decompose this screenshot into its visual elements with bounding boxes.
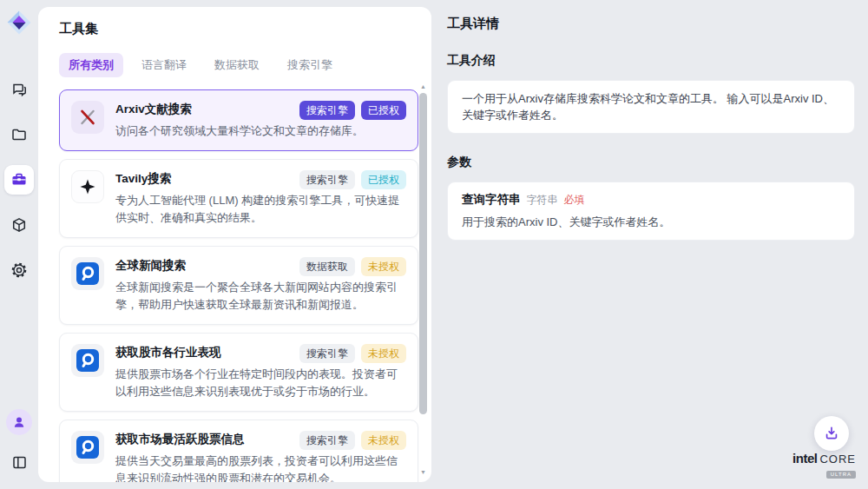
tool-name: 获取股市各行业表现 [115,344,293,360]
scroll-down-icon[interactable]: ▼ [418,467,428,478]
chat-icon [10,81,28,98]
toolbox-icon [10,171,28,188]
arxiv-x-icon [71,101,104,134]
auth-badge: 已授权 [361,170,406,189]
sidebar-item-files[interactable] [4,120,34,149]
category-badge: 搜索引擎 [299,170,355,189]
tool-name: 获取市场最活跃股票信息 [115,431,293,447]
param-box: 查询字符串 字符串 必填 用于搜索的Arxiv ID、关键字或作者姓名。 [447,182,855,241]
download-button[interactable] [814,416,849,451]
param-type: 字符串 [527,193,558,208]
intel-wordmark: intel [792,452,817,465]
juhe-q-icon [71,257,104,290]
gear-icon [10,261,28,279]
juhe-q-icon [71,344,104,377]
tool-description: 专为人工智能代理 (LLM) 构建的搜索引擎工具，可快速提供实时、准确和真实的结… [115,192,400,227]
tab-translation[interactable]: 语言翻译 [132,53,196,77]
intro-text: 一个用于从Arxiv存储库搜索科学论文和文章的工具。 输入可以是Arxiv ID… [462,90,840,123]
tool-description: 访问各个研究领域大量科学论文和文章的存储库。 [115,122,400,140]
intel-core-logo: intel core ultra [792,452,856,479]
tool-name: Tavily搜索 [115,170,293,187]
core-wordmark: core [819,453,856,465]
tool-details-pane: 工具详情 工具介绍 一个用于从Arxiv存储库搜索科学论文和文章的工具。 输入可… [447,0,855,489]
list-scrollbar[interactable]: ▲ ▼ [418,82,428,478]
ultra-badge: ultra [826,471,856,479]
tool-list: Arxiv文献搜索 搜索引擎 已授权 访问各个研究领域大量科学论文和文章的存储库… [59,89,418,482]
tab-all-categories[interactable]: 所有类别 [59,53,123,77]
category-badge: 搜索引擎 [299,101,355,120]
tool-name: 全球新闻搜索 [115,257,293,274]
category-tabs: 所有类别 语言翻译 数据获取 搜索引擎 [59,53,431,77]
folder-icon [10,126,28,143]
param-description: 用于搜索的Arxiv ID、关键字或作者姓名。 [462,215,840,230]
category-badge: 数据获取 [299,257,355,276]
tab-data-fetch[interactable]: 数据获取 [205,53,269,77]
category-badge: 搜索引擎 [299,431,355,450]
tool-name: Arxiv文献搜索 [115,101,293,117]
layout-panel-icon [11,454,28,471]
sidebar-item-tools[interactable] [4,165,34,195]
page-title: 工具集 [59,21,431,37]
params-heading: 参数 [447,155,855,170]
auth-badge: 未授权 [361,257,406,276]
tool-description: 全球新闻搜索是一个聚合全球各大新闻网站内容的搜索引擎，帮助用户快速获取全球最新资… [115,279,400,314]
download-icon [823,425,840,442]
auth-badge: 未授权 [361,431,406,450]
tab-search-engine[interactable]: 搜索引擎 [278,53,342,77]
app-logo-icon[interactable] [7,10,31,35]
tool-card-arxiv[interactable]: Arxiv文献搜索 搜索引擎 已授权 访问各个研究领域大量科学论文和文章的存储库… [59,89,418,151]
sidebar-item-chat[interactable] [4,75,34,104]
tool-card-global-news[interactable]: 全球新闻搜索 数据获取 未授权 全球新闻搜索是一个聚合全球各大新闻网站内容的搜索… [59,246,418,325]
auth-badge: 已授权 [361,101,406,120]
intro-box: 一个用于从Arxiv存储库搜索科学论文和文章的工具。 输入可以是Arxiv ID… [447,80,855,134]
tool-card-stock-sectors[interactable]: 获取股市各行业表现 搜索引擎 未授权 提供股票市场各个行业在特定时间段内的表现。… [59,333,418,412]
sparkle-icon [71,170,104,203]
sidebar-rail [0,0,38,489]
intro-heading: 工具介绍 [447,53,855,69]
tool-description: 提供股票市场各个行业在特定时间段内的表现。投资者可以利用这些信息来识别表现优于或… [115,366,400,400]
category-badge: 搜索引擎 [299,344,355,363]
param-name: 查询字符串 [462,192,521,208]
tool-card-tavily[interactable]: Tavily搜索 搜索引擎 已授权 专为人工智能代理 (LLM) 构建的搜索引擎… [59,159,418,238]
juhe-q-icon [71,431,104,464]
param-required-flag: 必填 [564,193,585,208]
tool-description: 提供当天交易量最高的股票列表，投资者可以利用这些信息来识别流动性强的股票和潜在的… [115,453,400,482]
person-icon [12,415,26,429]
auth-badge: 未授权 [361,344,406,363]
cube-icon [10,216,28,234]
sidebar-item-models[interactable] [4,210,34,240]
tool-card-active-stocks[interactable]: 获取市场最活跃股票信息 搜索引擎 未授权 提供当天交易量最高的股票列表，投资者可… [59,420,418,482]
scrollbar-thumb[interactable] [419,93,427,414]
collapse-panel-button[interactable] [4,447,34,477]
user-avatar[interactable] [6,409,32,435]
details-title: 工具详情 [447,16,855,32]
scroll-up-icon[interactable]: ▲ [418,82,428,92]
sidebar-item-settings[interactable] [4,255,34,285]
tool-library-panel: 工具集 所有类别 语言翻译 数据获取 搜索引擎 Arxiv文献搜索 搜索引擎 已… [38,7,431,482]
